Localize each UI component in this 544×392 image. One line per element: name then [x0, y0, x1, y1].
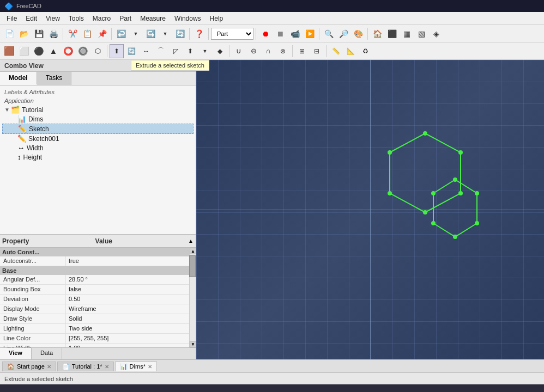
tube-button[interactable]: 🔘: [76, 44, 90, 58]
menu-item-windows[interactable]: Windows: [170, 14, 205, 23]
prop-name-lighting: Lighting: [0, 324, 65, 333]
zoom-fit[interactable]: 🔍: [322, 27, 336, 41]
tab-model[interactable]: Model: [0, 72, 37, 85]
prism-button[interactable]: ⬡: [90, 44, 105, 58]
view-front[interactable]: ▧: [414, 27, 428, 41]
refresh-button[interactable]: 🔄: [173, 27, 187, 41]
sphere-button[interactable]: ⚫: [32, 44, 46, 58]
prop-value-bbox: false: [65, 285, 196, 294]
menu-item-tools[interactable]: Tools: [64, 14, 88, 23]
tab-tasks[interactable]: Tasks: [37, 72, 72, 85]
cut-bool-button[interactable]: ⊖: [246, 44, 261, 58]
redo-button[interactable]: ↪️: [143, 27, 158, 41]
cut-button[interactable]: ✂️: [65, 27, 80, 41]
prop-col-property: Property: [2, 237, 95, 245]
height-icon: ↕️: [17, 153, 21, 161]
tree-root[interactable]: ▼ 🗂️ Tutorial: [2, 105, 194, 114]
revolve-button[interactable]: 🔄: [124, 44, 138, 58]
draw-style[interactable]: 🎨: [351, 27, 365, 41]
macro-play[interactable]: ▶️: [303, 27, 317, 41]
split-button[interactable]: ⊟: [310, 44, 324, 58]
tree-item-sketch001[interactable]: ✏️ Sketch001: [2, 134, 194, 143]
menu-item-part[interactable]: Part: [115, 14, 136, 23]
undo-arrow[interactable]: ▼: [129, 27, 143, 41]
open-button[interactable]: 📂: [17, 27, 31, 41]
macro-stop[interactable]: ⏹: [273, 27, 287, 41]
cylinder-button[interactable]: ⬜: [17, 44, 31, 58]
extrude2-button[interactable]: ⬆: [183, 44, 197, 58]
new-button[interactable]: 📄: [2, 27, 16, 41]
prop-name-dispmode: Display Mode: [0, 304, 65, 314]
menu-item-help[interactable]: Help: [205, 14, 228, 23]
copy-button[interactable]: 📋: [80, 27, 94, 41]
tree-item-dims[interactable]: 📊 Dims: [2, 114, 194, 124]
tab-start-page[interactable]: 🏠 Start page ✕: [2, 362, 56, 371]
prop-tab-data[interactable]: Data: [32, 348, 62, 359]
sep4: [208, 28, 209, 40]
tree-item-sketch[interactable]: ✏️ Sketch: [2, 124, 194, 134]
menu-item-edit[interactable]: Edit: [21, 14, 41, 23]
fillet-button[interactable]: ⌒: [154, 44, 168, 58]
scroll-up[interactable]: ▲: [190, 248, 196, 254]
mirror-button[interactable]: ↔: [139, 44, 153, 58]
tab-dims[interactable]: 📊 Dims* ✕: [115, 362, 157, 371]
zoom-in[interactable]: 🔎: [336, 27, 350, 41]
svg-point-12: [453, 235, 457, 239]
view-iso[interactable]: ◈: [429, 27, 443, 41]
menu-item-file[interactable]: File: [2, 14, 21, 23]
sep-t4: [326, 45, 327, 57]
macro-record[interactable]: ⏺: [258, 27, 273, 41]
union-button[interactable]: ∪: [232, 44, 246, 58]
section-button[interactable]: ⊗: [276, 44, 290, 58]
tab-start-page-close[interactable]: ✕: [47, 364, 51, 370]
viewport[interactable]: [196, 60, 544, 359]
view-right[interactable]: ▦: [400, 27, 414, 41]
measure-radial[interactable]: 📐: [343, 44, 358, 58]
loft-button[interactable]: ◆: [213, 44, 227, 58]
view-top[interactable]: ⬛: [385, 27, 399, 41]
menu-item-measure[interactable]: Measure: [136, 14, 170, 23]
refresh-shape[interactable]: ♻: [358, 44, 372, 58]
prop-scrollbar[interactable]: ▲ ▼: [189, 248, 196, 347]
sep1: [63, 28, 63, 40]
sketch001-label: Sketch001: [28, 135, 59, 143]
tab-tutorial-close[interactable]: ✕: [105, 364, 109, 370]
help-button[interactable]: ❓: [192, 27, 206, 41]
tab-dims-label: Dims*: [130, 363, 146, 370]
join-button[interactable]: ⊞: [295, 44, 309, 58]
chamfer-button[interactable]: ◸: [168, 44, 183, 58]
tab-dims-close[interactable]: ✕: [148, 364, 152, 370]
prop-row-linecolor: Line Color [255, 255, 255]: [0, 334, 196, 344]
undo-button[interactable]: ↩️: [114, 27, 128, 41]
box-button[interactable]: 🟫: [2, 44, 16, 58]
menu-item-macro[interactable]: Macro: [88, 14, 115, 23]
prop-tab-view[interactable]: View: [0, 348, 32, 359]
more-button[interactable]: ▼: [198, 44, 212, 58]
tree-item-width[interactable]: ↔️ Width: [2, 143, 194, 152]
svg-point-1: [388, 150, 392, 155]
intersect-button[interactable]: ∩: [261, 44, 275, 58]
view-home[interactable]: 🏠: [370, 27, 384, 41]
measure-linear[interactable]: 📏: [329, 44, 343, 58]
redo-arrow[interactable]: ▼: [158, 27, 172, 41]
scroll-thumb[interactable]: [189, 255, 196, 277]
prop-name-deviation: Deviation: [0, 295, 65, 304]
prop-row-autoconstr: Autoconstr... true: [0, 256, 196, 266]
prop-value-angdef: 28.50 °: [65, 275, 196, 284]
cone-button[interactable]: ▲: [46, 44, 61, 58]
sep3: [189, 28, 190, 40]
print-button[interactable]: 🖨️: [46, 27, 61, 41]
menu-item-view[interactable]: View: [41, 14, 64, 23]
titlebar: 🔷 FreeCAD: [0, 0, 544, 12]
paste-button[interactable]: 📌: [95, 27, 109, 41]
tab-tutorial[interactable]: 📄 Tutorial : 1* ✕: [57, 362, 114, 371]
tree-item-height[interactable]: ↕️ Height: [2, 152, 194, 162]
workbench-dropdown[interactable]: Part Sketcher Draft: [211, 28, 253, 40]
extrude-button[interactable]: ⬆: [110, 44, 124, 58]
macro-record2[interactable]: 📹: [288, 27, 302, 41]
app-icon: 🔷: [4, 2, 13, 10]
torus-button[interactable]: ⭕: [61, 44, 75, 58]
scrollbar-up[interactable]: ▲: [188, 238, 194, 244]
save-button[interactable]: 💾: [32, 27, 46, 41]
scroll-down[interactable]: ▼: [190, 341, 196, 347]
